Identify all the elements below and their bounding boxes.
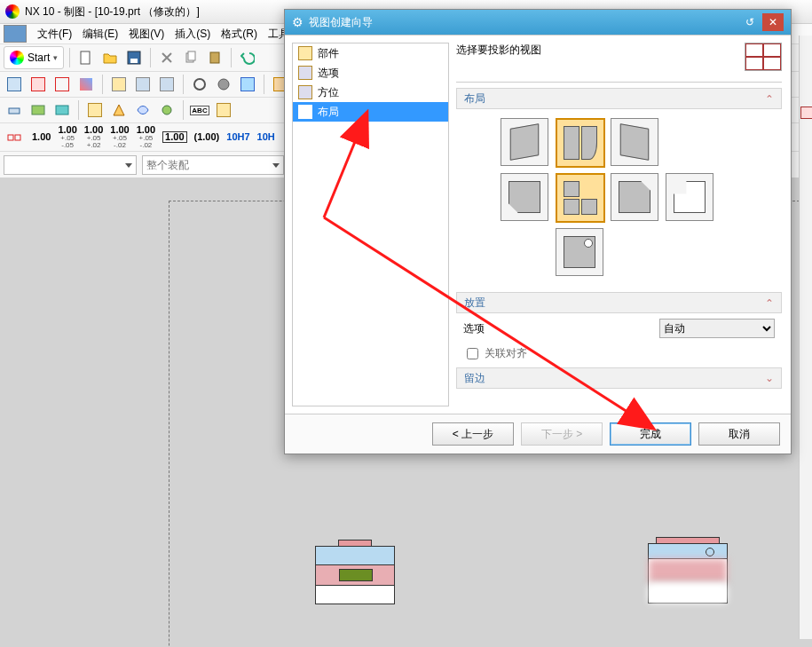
menu-view[interactable]: 视图(V): [125, 26, 168, 43]
icon-button[interactable]: [108, 99, 130, 121]
tol-value[interactable]: 1.00+.05-.02: [137, 125, 155, 149]
section-place-header[interactable]: 放置⌄: [456, 292, 782, 313]
layout-option-7[interactable]: [666, 173, 713, 221]
tol-value[interactable]: 1.00+.05+.02: [84, 125, 103, 149]
assoc-align-checkbox[interactable]: 关联对齐: [456, 343, 782, 364]
section-margin-header[interactable]: 留边⌄: [456, 367, 782, 389]
app-small-icon: [4, 25, 27, 43]
icon-button[interactable]: [189, 74, 210, 95]
wizard-close-button[interactable]: ✕: [762, 13, 784, 31]
svg-rect-2: [130, 59, 138, 63]
icon-button[interactable]: [4, 99, 25, 121]
right-docked-strip: [799, 36, 812, 639]
layout-icon: [298, 105, 312, 119]
undo-button[interactable]: [237, 47, 258, 68]
next-button: 下一步 >: [521, 422, 603, 446]
part-preview-side: [648, 537, 728, 604]
layout-option-8[interactable]: [556, 228, 603, 276]
svg-rect-4: [188, 51, 195, 60]
copy-button[interactable]: [180, 47, 201, 68]
view-creation-wizard: ⚙ 视图创建向导 ↺ ✕ 部件 选项 方位 布局 选择要投影的视图 布局⌄: [284, 9, 792, 454]
separator: [150, 48, 151, 67]
start-button[interactable]: Start ▾: [4, 46, 64, 69]
icon-button[interactable]: [132, 99, 154, 121]
paste-button[interactable]: [204, 47, 225, 68]
assoc-align-input[interactable]: [467, 348, 478, 359]
separator: [183, 75, 184, 94]
app-root: NX 10 - 制图 - [10-19.prt （修改的）] 文件(F) 编辑(…: [0, 0, 812, 647]
icon-button[interactable]: [51, 74, 73, 95]
nav-item-layout[interactable]: 布局: [293, 102, 448, 122]
icon-button[interactable]: [4, 74, 25, 95]
menu-edit[interactable]: 编辑(E): [79, 26, 122, 43]
menu-file[interactable]: 文件(F): [34, 26, 75, 43]
filter-combo[interactable]: [4, 155, 137, 175]
tol-value[interactable]: 10H7: [226, 132, 249, 142]
icon-button[interactable]: [108, 74, 130, 95]
svg-point-7: [218, 79, 229, 90]
nav-item-options[interactable]: 选项: [293, 63, 448, 83]
svg-point-11: [162, 106, 171, 114]
layout-option-4[interactable]: [501, 173, 548, 221]
docked-tab-icon[interactable]: [800, 107, 812, 119]
menu-format[interactable]: 格式(R): [217, 26, 261, 43]
icon-button[interactable]: [28, 99, 49, 121]
wizard-titlebar[interactable]: ⚙ 视图创建向导 ↺ ✕: [285, 10, 791, 35]
svg-rect-10: [56, 106, 68, 114]
part-preview-front: [315, 540, 395, 604]
separator: [231, 48, 232, 67]
chevron-up-icon: ⌄: [765, 296, 774, 309]
layout-option-6[interactable]: [611, 173, 658, 221]
svg-rect-9: [32, 106, 44, 114]
icon-button[interactable]: [84, 99, 106, 121]
icon-button[interactable]: [156, 99, 177, 121]
cancel-button[interactable]: 取消: [698, 422, 780, 446]
svg-rect-5: [210, 52, 219, 63]
icon-button[interactable]: [213, 99, 234, 121]
layout-option-5[interactable]: [556, 173, 605, 223]
tol-value[interactable]: 1.00: [32, 132, 51, 142]
icon-button[interactable]: [156, 74, 177, 95]
wizard-reset-button[interactable]: ↺: [739, 13, 761, 31]
svg-rect-13: [15, 135, 20, 140]
new-button[interactable]: [75, 47, 97, 68]
chevron-down-icon: ⌄: [765, 372, 774, 384]
tol-value[interactable]: 1.00+.05-.02: [110, 125, 129, 149]
svg-rect-12: [8, 135, 13, 140]
window-title: NX 10 - 制图 - [10-19.prt （修改的）]: [25, 4, 200, 20]
wizard-instruction-row: 选择要投影的视图: [456, 43, 782, 83]
separator: [183, 100, 184, 120]
wizard-title: 视图创建向导: [309, 15, 373, 30]
layout-options-grid: [456, 109, 782, 287]
wizard-footer: < 上一步 下一步 > 完成 取消: [285, 414, 791, 454]
icon-button[interactable]: [28, 74, 49, 95]
place-select[interactable]: 自动: [659, 319, 775, 338]
tol-value[interactable]: 10H: [257, 132, 275, 142]
wizard-instruction: 选择要投影的视图: [456, 43, 541, 58]
section-layout-header[interactable]: 布局⌄: [456, 88, 782, 109]
assembly-combo[interactable]: 整个装配: [142, 155, 284, 175]
nav-item-orientation[interactable]: 方位: [293, 83, 448, 102]
icon-button[interactable]: [132, 74, 154, 95]
icon-button[interactable]: [51, 99, 73, 121]
wizard-nav: 部件 选项 方位 布局: [292, 43, 449, 406]
layout-option-1[interactable]: [501, 118, 548, 166]
back-button[interactable]: < 上一步: [432, 422, 514, 446]
icon-button[interactable]: [237, 74, 258, 95]
icon-button[interactable]: [213, 74, 234, 95]
tol-value[interactable]: 1.00+.05-.05: [58, 125, 76, 149]
icon-button[interactable]: [75, 74, 97, 95]
nav-item-part[interactable]: 部件: [293, 43, 448, 63]
save-button[interactable]: [123, 47, 145, 68]
layout-option-3[interactable]: [611, 118, 658, 166]
tol-value[interactable]: 1.00: [162, 131, 186, 143]
tol-mode-icon[interactable]: [4, 127, 25, 148]
abc-button[interactable]: ABC: [189, 99, 210, 121]
cut-button[interactable]: [156, 47, 177, 68]
finish-button[interactable]: 完成: [610, 422, 691, 446]
tol-value[interactable]: (1.00): [194, 132, 220, 142]
open-button[interactable]: [99, 47, 121, 68]
menu-insert[interactable]: 插入(S): [171, 26, 214, 43]
layout-option-2[interactable]: [556, 118, 605, 168]
svg-point-6: [194, 79, 205, 90]
